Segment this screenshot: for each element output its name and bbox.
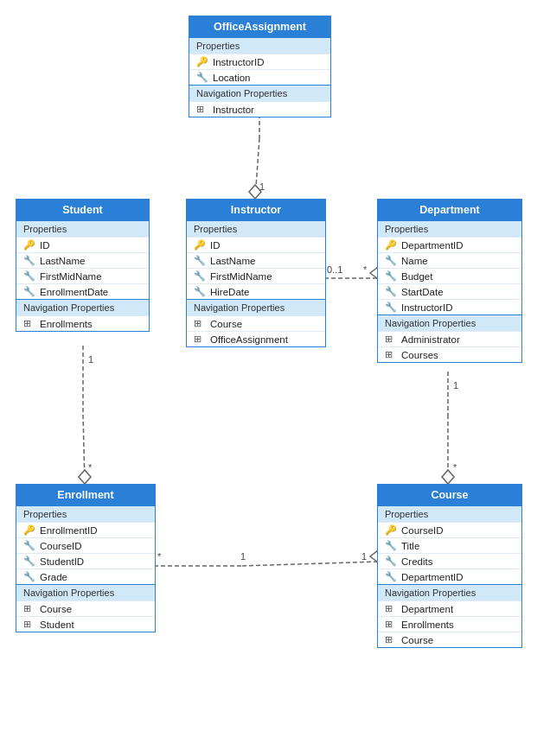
svg-text:1: 1: [361, 551, 367, 562]
prop-grade: 🔧 Grade: [16, 569, 155, 584]
prop-firstmidname: 🔧 FirstMidName: [16, 268, 149, 283]
nav-name: Enrollments: [40, 319, 93, 329]
nav-name: Course: [210, 319, 242, 329]
prop-lastname: 🔧 LastName: [187, 252, 325, 268]
nav-icon: ⊞: [194, 334, 206, 345]
svg-line-20: [242, 562, 377, 566]
nav-department: ⊞ Department: [378, 600, 521, 616]
nav-name: Administrator: [401, 334, 460, 345]
svg-marker-13: [79, 470, 91, 484]
nav-label-officeassignment: Navigation Properties: [189, 85, 330, 101]
nav-name: Enrollments: [401, 619, 454, 630]
properties-label-course: Properties: [378, 505, 521, 522]
prop-id: 🔑 ID: [16, 237, 149, 252]
prop-name: Title: [401, 541, 419, 551]
wrench-icon: 🔧: [23, 540, 35, 551]
prop-name: InstructorID: [401, 302, 452, 313]
prop-hiredate: 🔧 HireDate: [187, 283, 325, 299]
key-icon: 🔑: [196, 56, 208, 67]
properties-label-enrollment: Properties: [16, 505, 155, 522]
svg-text:1: 1: [259, 181, 265, 192]
nav-name: Department: [401, 604, 453, 614]
nav-course: ⊞ Course: [187, 315, 325, 331]
wrench-icon: 🔧: [23, 556, 35, 567]
key-icon: 🔑: [385, 239, 397, 251]
svg-line-10: [83, 415, 85, 484]
wrench-icon: 🔧: [194, 255, 206, 266]
svg-text:0..1: 0..1: [327, 264, 342, 275]
entity-instructor-title: Instructor: [187, 200, 325, 220]
svg-marker-18: [442, 470, 454, 484]
svg-text:*: *: [88, 462, 93, 473]
nav-icon: ⊞: [385, 334, 397, 345]
svg-text:1: 1: [240, 551, 246, 562]
svg-line-1: [255, 138, 259, 199]
properties-label-department: Properties: [378, 220, 521, 237]
prop-name: StartDate: [401, 287, 444, 297]
prop-location: 🔧 Location: [189, 69, 330, 85]
svg-text:*: *: [157, 551, 162, 562]
entity-enrollment: Enrollment Properties 🔑 EnrollmentID 🔧 C…: [16, 484, 156, 632]
wrench-icon: 🔧: [385, 286, 397, 297]
entity-enrollment-title: Enrollment: [16, 485, 155, 505]
key-icon: 🔑: [385, 524, 397, 536]
nav-name: Courses: [401, 350, 438, 360]
wrench-icon: 🔧: [385, 255, 397, 266]
nav-name: Course: [401, 635, 433, 645]
nav-student: ⊞ Student: [16, 616, 155, 632]
nav-icon: ⊞: [23, 603, 35, 614]
nav-icon: ⊞: [385, 619, 397, 630]
nav-icon: ⊞: [385, 603, 397, 614]
nav-course: ⊞ Course: [16, 600, 155, 616]
nav-label-student: Navigation Properties: [16, 299, 149, 315]
nav-label-course: Navigation Properties: [378, 584, 521, 600]
prop-name: InstructorID: [213, 57, 264, 67]
nav-icon: ⊞: [23, 318, 35, 329]
nav-course: ⊞ Course: [378, 632, 521, 647]
properties-label-officeassignment: Properties: [189, 37, 330, 54]
prop-instructorid: 🔑 InstructorID: [189, 54, 330, 69]
wrench-icon: 🔧: [23, 255, 35, 266]
prop-title: 🔧 Title: [378, 537, 521, 553]
properties-label-instructor: Properties: [187, 220, 325, 237]
wrench-icon: 🔧: [194, 286, 206, 297]
prop-firstmidname: 🔧 FirstMidName: [187, 268, 325, 283]
wrench-icon: 🔧: [23, 571, 35, 582]
prop-id: 🔑 ID: [187, 237, 325, 252]
prop-name: Location: [213, 73, 250, 83]
key-icon: 🔑: [23, 239, 35, 251]
prop-departmentid: 🔑 DepartmentID: [378, 237, 521, 252]
entity-course-title: Course: [378, 485, 521, 505]
prop-name: EnrollmentID: [40, 525, 97, 536]
wrench-icon: 🔧: [196, 72, 208, 83]
prop-name: Budget: [401, 271, 432, 282]
prop-name: HireDate: [210, 287, 249, 297]
nav-name: OfficeAssignment: [210, 334, 288, 345]
prop-enrollmentdate: 🔧 EnrollmentDate: [16, 283, 149, 299]
prop-startdate: 🔧 StartDate: [378, 283, 521, 299]
svg-text:1: 1: [88, 354, 93, 365]
entity-student-title: Student: [16, 200, 149, 220]
properties-label-student: Properties: [16, 220, 149, 237]
entity-department-title: Department: [378, 200, 521, 220]
prop-courseid: 🔧 CourseID: [16, 537, 155, 553]
prop-name: CourseID: [40, 541, 82, 551]
wrench-icon: 🔧: [385, 571, 397, 582]
prop-name: ID: [210, 240, 221, 251]
nav-icon: ⊞: [194, 318, 206, 329]
prop-name: Credits: [401, 556, 432, 567]
nav-icon: ⊞: [196, 104, 208, 115]
prop-name: StudentID: [40, 556, 84, 567]
prop-name: LastName: [40, 256, 85, 266]
wrench-icon: 🔧: [23, 286, 35, 297]
prop-name: Name: [401, 256, 428, 266]
wrench-icon: 🔧: [385, 270, 397, 282]
entity-student: Student Properties 🔑 ID 🔧 LastName 🔧 Fir…: [16, 199, 150, 332]
svg-text:1: 1: [453, 380, 458, 391]
prop-name: Grade: [40, 572, 67, 582]
wrench-icon: 🔧: [194, 270, 206, 282]
entity-instructor: Instructor Properties 🔑 ID 🔧 LastName 🔧 …: [186, 199, 326, 347]
prop-name: 🔧 Name: [378, 252, 521, 268]
wrench-icon: 🔧: [23, 270, 35, 282]
nav-name: Course: [40, 604, 72, 614]
